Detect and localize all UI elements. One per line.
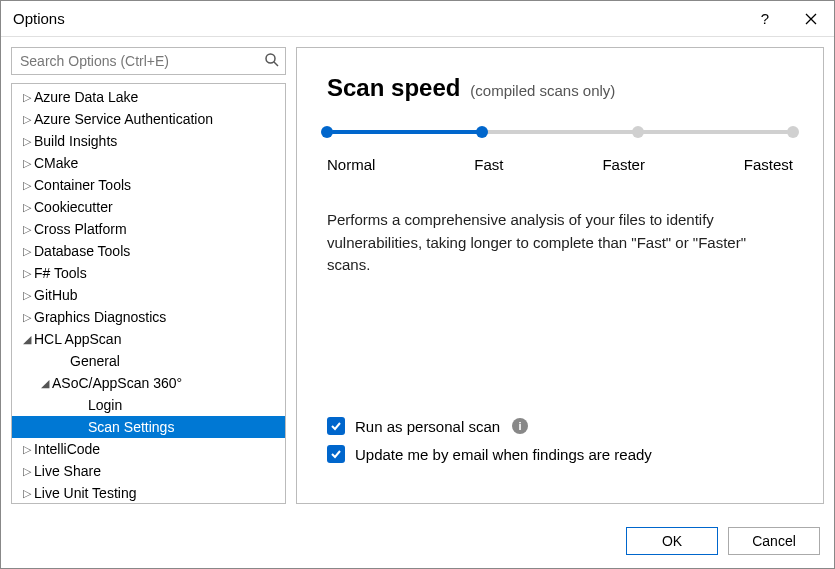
slider-track bbox=[327, 126, 793, 138]
collapsed-icon: ▷ bbox=[20, 157, 34, 170]
collapsed-icon: ▷ bbox=[20, 289, 34, 302]
speed-description: Performs a comprehensive analysis of you… bbox=[327, 209, 793, 277]
checkbox-group: Run as personal scan i Update me by emai… bbox=[327, 407, 793, 473]
tree-item[interactable]: ▷Cross Platform bbox=[12, 218, 285, 240]
close-button[interactable] bbox=[788, 1, 834, 37]
help-button[interactable]: ? bbox=[742, 1, 788, 37]
tree-item-label: Graphics Diagnostics bbox=[34, 309, 166, 325]
email-update-row: Update me by email when findings are rea… bbox=[327, 445, 793, 463]
check-icon bbox=[330, 448, 342, 460]
info-icon[interactable]: i bbox=[512, 418, 528, 434]
collapsed-icon: ▷ bbox=[20, 223, 34, 236]
options-tree[interactable]: ▷Azure Data Lake▷Azure Service Authentic… bbox=[11, 83, 286, 504]
collapsed-icon: ▷ bbox=[20, 311, 34, 324]
close-icon bbox=[805, 13, 817, 25]
collapsed-icon: ▷ bbox=[20, 487, 34, 500]
scan-speed-slider[interactable]: NormalFastFasterFastest bbox=[327, 126, 793, 173]
search-input[interactable] bbox=[11, 47, 286, 75]
search-wrap bbox=[11, 47, 286, 75]
panel-heading: Scan speed bbox=[327, 74, 460, 101]
tree-item[interactable]: Scan Settings bbox=[12, 416, 285, 438]
tree-item-label: Azure Service Authentication bbox=[34, 111, 213, 127]
left-pane: ▷Azure Data Lake▷Azure Service Authentic… bbox=[11, 47, 286, 504]
collapsed-icon: ▷ bbox=[20, 179, 34, 192]
tree-item-label: General bbox=[70, 353, 120, 369]
settings-panel: Scan speed (compiled scans only) NormalF… bbox=[296, 47, 824, 504]
slider-stop-label: Faster bbox=[602, 156, 645, 173]
panel-subheading: (compiled scans only) bbox=[470, 82, 615, 99]
slider-stop[interactable] bbox=[321, 126, 333, 138]
personal-scan-checkbox[interactable] bbox=[327, 417, 345, 435]
tree-item[interactable]: ▷Azure Data Lake bbox=[12, 86, 285, 108]
tree-item-label: Cross Platform bbox=[34, 221, 127, 237]
slider-fill bbox=[331, 130, 486, 134]
tree-item[interactable]: ▷Build Insights bbox=[12, 130, 285, 152]
titlebar: Options ? bbox=[1, 1, 834, 37]
tree-item[interactable]: Login bbox=[12, 394, 285, 416]
tree-item-label: GitHub bbox=[34, 287, 78, 303]
tree-item[interactable]: ▷Container Tools bbox=[12, 174, 285, 196]
expanded-icon: ◢ bbox=[20, 333, 34, 346]
tree-item-label: IntelliCode bbox=[34, 441, 100, 457]
tree-item[interactable]: ▷CMake bbox=[12, 152, 285, 174]
tree-item[interactable]: ▷Graphics Diagnostics bbox=[12, 306, 285, 328]
tree-item-label: Database Tools bbox=[34, 243, 130, 259]
collapsed-icon: ▷ bbox=[20, 113, 34, 126]
tree-item-label: Live Share bbox=[34, 463, 101, 479]
tree-item-label: Cookiecutter bbox=[34, 199, 113, 215]
email-update-checkbox[interactable] bbox=[327, 445, 345, 463]
tree-item-label: Scan Settings bbox=[88, 419, 174, 435]
collapsed-icon: ▷ bbox=[20, 443, 34, 456]
tree-item[interactable]: ▷Live Share bbox=[12, 460, 285, 482]
tree-item[interactable]: ▷Azure Service Authentication bbox=[12, 108, 285, 130]
tree-item[interactable]: ▷Cookiecutter bbox=[12, 196, 285, 218]
collapsed-icon: ▷ bbox=[20, 465, 34, 478]
slider-stop-label: Normal bbox=[327, 156, 375, 173]
collapsed-icon: ▷ bbox=[20, 91, 34, 104]
slider-labels: NormalFastFasterFastest bbox=[327, 156, 793, 173]
tree-item-label: ASoC/AppScan 360° bbox=[52, 375, 182, 391]
expanded-icon: ◢ bbox=[38, 377, 52, 390]
collapsed-icon: ▷ bbox=[20, 201, 34, 214]
collapsed-icon: ▷ bbox=[20, 267, 34, 280]
dialog-footer: OK Cancel bbox=[1, 514, 834, 568]
personal-scan-row: Run as personal scan i bbox=[327, 417, 793, 435]
tree-item[interactable]: ◢ASoC/AppScan 360° bbox=[12, 372, 285, 394]
dialog-body: ▷Azure Data Lake▷Azure Service Authentic… bbox=[1, 37, 834, 514]
tree-item-label: Live Unit Testing bbox=[34, 485, 136, 501]
tree-item[interactable]: ▷F# Tools bbox=[12, 262, 285, 284]
cancel-button[interactable]: Cancel bbox=[728, 527, 820, 555]
panel-heading-row: Scan speed (compiled scans only) bbox=[327, 74, 793, 102]
tree-item-label: Login bbox=[88, 397, 122, 413]
svg-line-1 bbox=[274, 62, 278, 66]
email-update-label: Update me by email when findings are rea… bbox=[355, 446, 652, 463]
slider-stop[interactable] bbox=[632, 126, 644, 138]
slider-stop-label: Fastest bbox=[744, 156, 793, 173]
tree-item[interactable]: ▷IntelliCode bbox=[12, 438, 285, 460]
tree-item[interactable]: ▷Live Unit Testing bbox=[12, 482, 285, 504]
tree-item-label: Container Tools bbox=[34, 177, 131, 193]
check-icon bbox=[330, 420, 342, 432]
tree-item[interactable]: General bbox=[12, 350, 285, 372]
tree-item[interactable]: ▷Database Tools bbox=[12, 240, 285, 262]
tree-item[interactable]: ◢HCL AppScan bbox=[12, 328, 285, 350]
ok-button[interactable]: OK bbox=[626, 527, 718, 555]
personal-scan-label: Run as personal scan bbox=[355, 418, 500, 435]
collapsed-icon: ▷ bbox=[20, 135, 34, 148]
slider-stop[interactable] bbox=[476, 126, 488, 138]
search-icon bbox=[264, 52, 280, 68]
collapsed-icon: ▷ bbox=[20, 245, 34, 258]
tree-item-label: Azure Data Lake bbox=[34, 89, 138, 105]
tree-item-label: HCL AppScan bbox=[34, 331, 121, 347]
tree-item[interactable]: ▷GitHub bbox=[12, 284, 285, 306]
svg-point-0 bbox=[266, 54, 275, 63]
window-title: Options bbox=[13, 10, 742, 27]
slider-stop[interactable] bbox=[787, 126, 799, 138]
tree-item-label: Build Insights bbox=[34, 133, 117, 149]
tree-item-label: CMake bbox=[34, 155, 78, 171]
options-dialog: Options ? ▷Azure Data Lake▷Azure Service… bbox=[0, 0, 835, 569]
slider-stop-label: Fast bbox=[474, 156, 503, 173]
tree-item-label: F# Tools bbox=[34, 265, 87, 281]
